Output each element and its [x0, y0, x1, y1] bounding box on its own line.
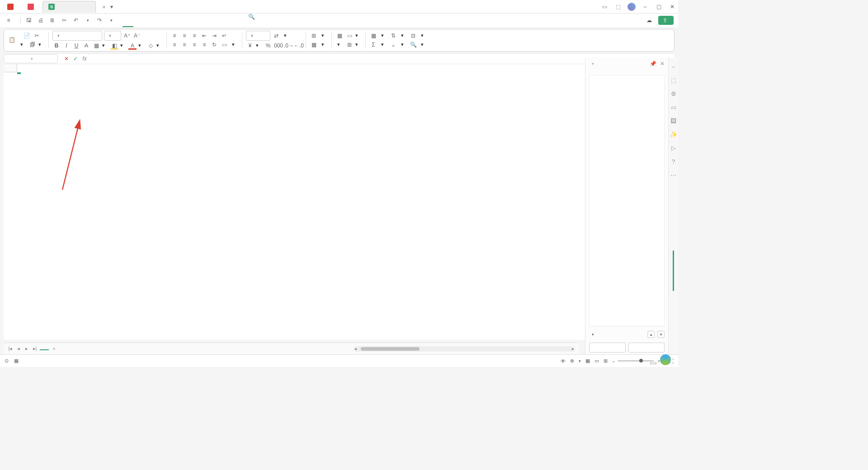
copy-dd[interactable]: ▾ [38, 42, 45, 48]
percent-icon[interactable]: % [264, 42, 272, 50]
cut-icon[interactable]: ✂ [60, 17, 68, 24]
tab-page[interactable] [144, 14, 155, 27]
number-format-select[interactable]: ▾ [246, 31, 270, 41]
cell-reference[interactable]: ▾ [4, 54, 58, 63]
border-dd[interactable]: ▾ [102, 42, 108, 49]
redo-icon[interactable]: ↷ [95, 17, 104, 24]
view-normal-icon[interactable]: ▦ [585, 358, 590, 364]
orient-icon[interactable]: ↻ [210, 41, 218, 49]
strike-icon[interactable]: A [82, 42, 90, 50]
style-dd[interactable]: ▾ [355, 33, 362, 39]
select-all-corner[interactable] [4, 64, 17, 72]
hl-dd[interactable]: ▾ [156, 42, 163, 49]
tab-home[interactable] [123, 14, 133, 27]
print-icon[interactable]: 🖨 [37, 17, 45, 24]
target-icon[interactable]: ⊕ [570, 358, 574, 364]
view-break-icon[interactable]: ⊞ [604, 358, 608, 364]
sort-icon[interactable]: ⇅ [389, 32, 397, 40]
sheet-last-icon[interactable]: ▸| [32, 346, 38, 352]
fill-dd[interactable]: ▾ [120, 42, 127, 49]
font-size-select[interactable]: ▾ [104, 31, 121, 41]
font-color-icon[interactable]: A [128, 42, 137, 50]
show-all-button[interactable] [589, 343, 626, 352]
redo-dd[interactable]: ▾ [107, 18, 115, 23]
ws-dd[interactable]: ▾ [321, 42, 328, 48]
add-sheet-icon[interactable]: ＋ [51, 345, 57, 352]
layout-icon[interactable]: ▭ [600, 3, 609, 11]
border-icon[interactable]: ▦ [92, 42, 100, 50]
comma-icon[interactable]: 000 [274, 42, 282, 50]
clipboard-icon[interactable]: 📋 [8, 36, 16, 44]
bold-icon[interactable]: B [52, 42, 61, 50]
sheet-tab-1[interactable] [40, 348, 49, 350]
fontcolor-dd[interactable]: ▾ [138, 42, 145, 49]
horizontal-scrollbar[interactable]: ◂ ▸ [354, 346, 575, 352]
search-ribbon-icon[interactable]: 🔍 [247, 14, 255, 27]
table-style-icon[interactable]: ▦ [335, 32, 344, 40]
align-justify-icon[interactable]: ≡ [200, 41, 208, 49]
font-grow-icon[interactable]: A⁺ [123, 32, 131, 40]
more-icon[interactable]: ⋯ [670, 172, 677, 179]
font-shrink-icon[interactable]: A⁻ [133, 32, 141, 40]
find-icon[interactable]: 🔍 [409, 41, 417, 49]
sheet-next-icon[interactable]: ▸ [24, 346, 30, 352]
format-icon[interactable]: ⊞ [345, 41, 354, 49]
undo-dd[interactable]: ▾ [84, 18, 92, 23]
rowcol-icon[interactable]: ⊞ [310, 32, 318, 40]
avatar[interactable] [627, 3, 636, 11]
dec-inc-icon[interactable]: .0→ [284, 42, 292, 50]
sheet-first-icon[interactable]: |◂ [7, 346, 14, 352]
close-button[interactable]: ✕ [668, 3, 676, 11]
copy-icon[interactable]: 🗐 [28, 41, 37, 49]
worksheet-icon[interactable]: ▦ [310, 41, 318, 49]
align-top-icon[interactable]: ≡ [170, 32, 179, 40]
cell-style-icon[interactable]: ▭ [345, 32, 354, 40]
fill-icon[interactable]: ▦ [369, 32, 377, 40]
settings-icon[interactable]: ⚙ [670, 90, 677, 98]
freeze-icon[interactable]: ⊟ [409, 32, 417, 40]
indent-dec-icon[interactable]: ⇤ [200, 32, 208, 40]
hide-all-button[interactable] [628, 343, 665, 352]
move-down-button[interactable]: ▾ [657, 331, 665, 338]
italic-icon[interactable]: I [62, 42, 71, 50]
tab-tools[interactable] [198, 14, 209, 27]
cur-dd[interactable]: ▾ [256, 42, 262, 49]
confirm-edit-icon[interactable]: ✓ [72, 56, 79, 62]
tab-efficiency[interactable] [220, 14, 231, 27]
paste-dd[interactable]: ▾ [20, 42, 27, 48]
hscroll-thumb[interactable] [361, 347, 420, 351]
eye-icon[interactable]: 👁 [561, 358, 566, 364]
share-button[interactable]: ⇪ [658, 16, 674, 25]
help-icon[interactable]: ? [670, 158, 677, 165]
maximize-button[interactable]: ▢ [655, 3, 663, 11]
sort-dd[interactable]: ▾ [401, 33, 407, 39]
highlight-icon[interactable]: ◇ [146, 42, 155, 50]
freeze-dd[interactable]: ▾ [421, 33, 427, 39]
find-dd[interactable]: ▾ [421, 42, 427, 48]
pin-icon[interactable]: 📌 [650, 61, 656, 67]
doc-icon[interactable]: ▭ [670, 104, 677, 111]
underline-icon[interactable]: U [72, 42, 80, 50]
fmt-dd[interactable]: ▾ [355, 42, 362, 48]
convert-icon[interactable]: ⇄ [272, 32, 280, 40]
image-icon[interactable]: 🖼 [670, 118, 677, 125]
cube-icon[interactable]: ⬚ [614, 3, 622, 11]
indent-inc-icon[interactable]: ⇥ [210, 32, 218, 40]
cf-dd[interactable]: ▾ [337, 42, 344, 48]
align-left-icon[interactable]: ≡ [170, 41, 179, 49]
active-cell[interactable] [17, 72, 21, 74]
undo-icon[interactable]: ↶ [72, 17, 80, 24]
record-icon[interactable]: ⊙ [5, 358, 9, 364]
move-up-button[interactable]: ▴ [647, 331, 655, 338]
sum-dd[interactable]: ▾ [381, 42, 387, 48]
rowcol-dd[interactable]: ▾ [321, 33, 328, 39]
tab-review[interactable] [177, 14, 188, 27]
view-page-icon[interactable]: ▭ [594, 358, 599, 364]
dec-dec-icon[interactable]: ←.0 [294, 42, 302, 50]
filter-dd[interactable]: ▾ [401, 42, 407, 48]
close-panel-icon[interactable]: ✕ [660, 61, 665, 67]
tab-member[interactable] [209, 14, 220, 27]
minimize-button[interactable]: – [641, 3, 649, 11]
grid-icon[interactable]: ▦ [14, 358, 19, 364]
wrap-icon[interactable]: ↵ [220, 32, 228, 40]
